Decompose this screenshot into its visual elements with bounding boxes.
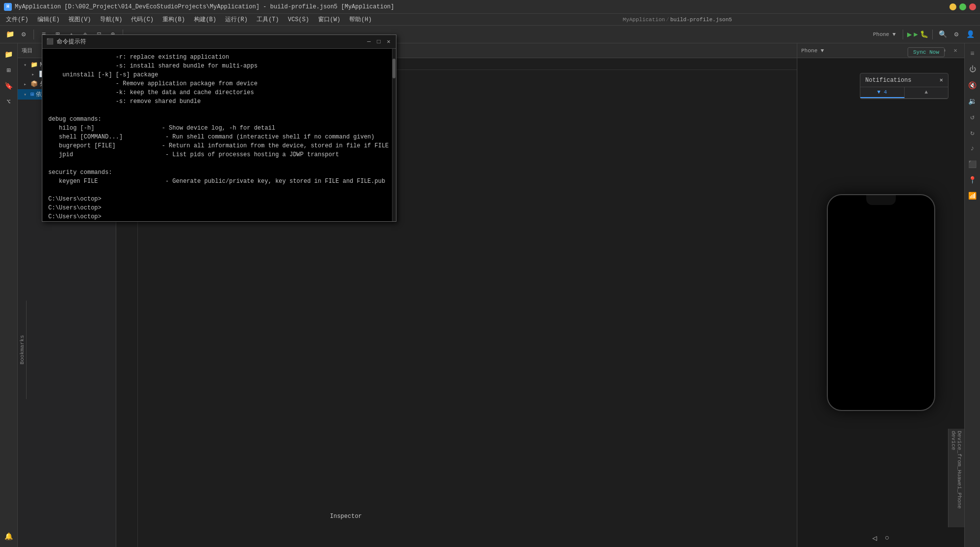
phone-wrapper bbox=[817, 58, 945, 547]
debug-button[interactable]: 🐛 bbox=[920, 30, 928, 38]
sidebar-notifications-icon[interactable]: 🔔 bbox=[2, 529, 16, 543]
nav-home-icon[interactable]: ○ bbox=[885, 534, 890, 543]
right-vol-down-icon[interactable]: 🔉 bbox=[966, 95, 979, 107]
menu-edit[interactable]: 编辑(E) bbox=[33, 14, 64, 25]
notifications-close[interactable]: ✕ bbox=[940, 76, 943, 84]
right-menu-icon[interactable]: ≡ bbox=[966, 47, 979, 60]
app-icon: H bbox=[4, 3, 12, 11]
notifications-tabs: ▼ 4 ▲ bbox=[860, 87, 948, 99]
bookmarks-panel: Bookmarks bbox=[18, 301, 27, 399]
device-file-browser-label[interactable]: Device_from_Huawei_Phone device bbox=[948, 429, 964, 527]
project-icon[interactable]: 📁 bbox=[4, 29, 16, 40]
cmd-titlebar: ⬛ 命令提示符 ─ □ ✕ bbox=[42, 35, 396, 49]
sync-now-button[interactable]: Sync Now bbox=[908, 47, 945, 57]
phone-device bbox=[827, 194, 935, 411]
debug-run-button[interactable]: ▶ bbox=[914, 30, 918, 38]
close-button[interactable] bbox=[969, 3, 976, 10]
sidebar-bookmark-icon[interactable]: 🔖 bbox=[2, 79, 16, 93]
vol-up-button bbox=[827, 244, 828, 257]
sidebar-structure-icon[interactable]: ⊞ bbox=[2, 63, 16, 77]
sidebar-project-icon[interactable]: 📁 bbox=[2, 47, 16, 61]
right-wifi-icon[interactable]: 📶 bbox=[966, 189, 979, 202]
menu-build[interactable]: 构建(B) bbox=[190, 14, 221, 25]
run-button[interactable]: ▶ bbox=[907, 30, 912, 39]
cmd-maximize[interactable]: □ bbox=[375, 38, 382, 45]
maximize-button[interactable] bbox=[959, 3, 966, 10]
menu-tools[interactable]: 工具(T) bbox=[253, 14, 283, 25]
right-rotate-right-icon[interactable]: ↻ bbox=[966, 126, 979, 139]
power-button bbox=[934, 235, 935, 254]
phone-notch bbox=[866, 195, 896, 205]
bookmarks-label: Bookmarks bbox=[17, 333, 27, 366]
menu-run[interactable]: 运行(R) bbox=[221, 14, 252, 25]
notif-tab-up[interactable]: ▲ bbox=[905, 87, 948, 98]
device-selector[interactable]: Phone ▼ bbox=[870, 32, 899, 37]
window-controls bbox=[949, 3, 976, 10]
active-file-name: build-profile.json5 bbox=[670, 17, 732, 23]
notifications-header: Notifications ✕ bbox=[860, 73, 948, 87]
minimize-button[interactable] bbox=[949, 3, 956, 10]
inspector-label: Inspector bbox=[330, 513, 362, 520]
right-mute-icon[interactable]: 🔇 bbox=[966, 79, 979, 92]
menu-navigate[interactable]: 导航(N) bbox=[96, 14, 127, 25]
right-power-icon[interactable]: ⏻ bbox=[966, 63, 979, 76]
menu-bar: 文件(F) 编辑(E) 视图(V) 导航(N) 代码(C) 重构(B) 构建(B… bbox=[0, 14, 980, 26]
project-path: MyApplication bbox=[623, 17, 665, 23]
notif-tab-count[interactable]: ▼ 4 bbox=[860, 87, 905, 98]
menu-view[interactable]: 视图(V) bbox=[65, 14, 95, 25]
title-bar: H MyApplication [D:\002_Project\014_DevE… bbox=[0, 0, 980, 14]
cmd-window: ⬛ 命令提示符 ─ □ ✕ -r: replace existing appli… bbox=[42, 34, 396, 222]
cmd-body: -r: replace existing application -s: ins… bbox=[42, 49, 396, 221]
right-sidebar: ≡ ⏻ 🔇 🔉 ↺ ↻ ♪ ⬛ 📍 📶 bbox=[964, 43, 980, 547]
menu-help[interactable]: 帮助(H) bbox=[345, 14, 376, 25]
vol-down-button bbox=[827, 262, 828, 274]
menu-vcs[interactable]: VCS(S) bbox=[284, 15, 313, 24]
phone-screen bbox=[828, 195, 934, 410]
right-screen-icon[interactable]: ⬛ bbox=[966, 158, 979, 171]
sidebar-git-icon[interactable]: ⌥ bbox=[2, 95, 16, 108]
menu-window[interactable]: 窗口(W) bbox=[314, 14, 345, 25]
phone-close-icon[interactable]: ✕ bbox=[950, 46, 960, 56]
gear-icon[interactable]: ⚙ bbox=[18, 29, 30, 40]
search-everywhere-button[interactable]: 🔍 bbox=[937, 29, 948, 40]
window-title: MyApplication [D:\002_Project\014_DevEco… bbox=[15, 3, 949, 10]
cmd-content[interactable]: -r: replace existing application -s: ins… bbox=[42, 49, 392, 221]
cmd-minimize[interactable]: ─ bbox=[365, 38, 372, 45]
nav-back-icon[interactable]: ◁ bbox=[872, 533, 877, 543]
phone-preview-panel: Phone ▼ ⚙ ✕ Notifications ✕ ▼ 4 ▲ Sync N… bbox=[797, 43, 964, 547]
left-sidebar: 📁 ⊞ 🔖 ⌥ 🔔 bbox=[0, 43, 18, 547]
menu-refactor[interactable]: 重构(B) bbox=[159, 14, 189, 25]
cmd-title: 命令提示符 bbox=[57, 37, 362, 46]
cmd-scrollbar[interactable] bbox=[392, 49, 396, 221]
account-button[interactable]: 👤 bbox=[964, 29, 976, 40]
cmd-close[interactable]: ✕ bbox=[385, 38, 392, 45]
phone-nav-icons: ◁ ○ bbox=[872, 533, 889, 543]
notifications-panel: Notifications ✕ ▼ 4 ▲ bbox=[860, 73, 948, 99]
right-location-icon[interactable]: 📍 bbox=[966, 173, 979, 186]
notifications-title: Notifications bbox=[865, 77, 912, 84]
cmd-icon: ⬛ bbox=[46, 38, 54, 45]
right-rotate-left-icon[interactable]: ↺ bbox=[966, 110, 979, 123]
menu-file[interactable]: 文件(F) bbox=[2, 14, 33, 25]
menu-code[interactable]: 代码(C) bbox=[127, 14, 158, 25]
project-panel-title: 项目 bbox=[22, 47, 33, 54]
right-music-icon[interactable]: ♪ bbox=[966, 142, 979, 155]
cmd-scroll-thumb[interactable] bbox=[392, 59, 395, 78]
settings-button[interactable]: ⚙ bbox=[950, 29, 962, 40]
